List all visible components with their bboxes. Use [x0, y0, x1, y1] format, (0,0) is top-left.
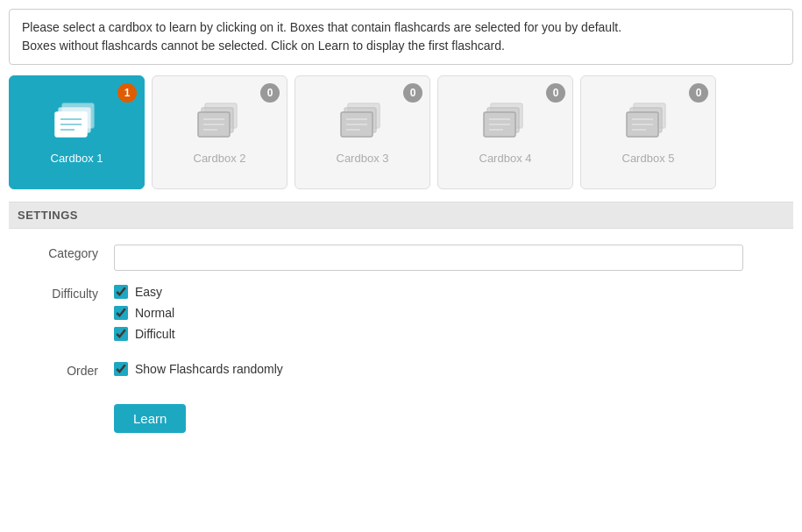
cardbox-item-2[interactable]: 0 Cardbox 2: [152, 75, 287, 189]
cardbox-label: Cardbox 2: [194, 152, 246, 165]
difficulty-row-normal: Normal: [114, 306, 784, 320]
category-row: Category: [18, 245, 784, 271]
cardbox-badge: 0: [260, 83, 280, 103]
order-content: Show Flashcards randomly: [114, 362, 784, 383]
cardbox-item-5[interactable]: 0 Cardbox 5: [580, 75, 716, 189]
cardbox-icon: [625, 100, 672, 145]
cardbox-icon: [196, 100, 244, 145]
difficulty-label: Difficulty: [18, 285, 114, 301]
cardbox-badge: 0: [546, 83, 565, 103]
order-label: Order: [18, 362, 114, 378]
difficulty-normal-checkbox[interactable]: [114, 306, 128, 320]
cardbox-row: 1 Cardbox 1 0: [9, 75, 793, 189]
cardbox-item-1[interactable]: 1 Cardbox 1: [9, 75, 145, 189]
learn-row: Learn: [18, 397, 784, 433]
difficulty-difficult-label: Difficult: [135, 327, 175, 341]
order-row: Order Show Flashcards randomly: [18, 362, 784, 383]
cardbox-label: Cardbox 4: [479, 152, 532, 165]
cardbox-badge: 1: [117, 83, 137, 103]
info-line2: Boxes without flashcards cannot be selec…: [22, 39, 505, 53]
difficulty-normal-label: Normal: [135, 306, 174, 320]
order-checkbox-row: Show Flashcards randomly: [114, 362, 784, 376]
cardbox-label: Cardbox 1: [51, 152, 103, 165]
difficulty-row-easy: Easy: [114, 285, 784, 299]
settings-header: SETTINGS: [9, 202, 793, 229]
difficulty-easy-checkbox[interactable]: [114, 285, 128, 299]
cardbox-item-3[interactable]: 0 Cardbox 3: [295, 75, 430, 189]
random-checkbox[interactable]: [114, 362, 128, 376]
category-label: Category: [18, 245, 114, 260]
difficulty-difficult-checkbox[interactable]: [114, 327, 128, 341]
cardbox-badge: 0: [403, 83, 422, 103]
info-box: Please select a cardbox to learn by clic…: [9, 9, 793, 65]
cardbox-label: Cardbox 5: [622, 152, 675, 165]
settings-section: SETTINGS Category Difficulty Easy Normal…: [9, 202, 793, 456]
learn-button[interactable]: Learn: [114, 404, 186, 433]
category-input[interactable]: [114, 245, 743, 271]
difficulty-content: Easy Normal Difficult: [114, 285, 784, 348]
difficulty-row: Difficulty Easy Normal Difficult: [18, 285, 784, 348]
random-label: Show Flashcards randomly: [135, 362, 283, 376]
category-content: [114, 245, 784, 271]
settings-body: Category Difficulty Easy Normal Difficul…: [9, 229, 793, 456]
cardbox-item-4[interactable]: 0 Cardbox 4: [437, 75, 573, 189]
info-line1: Please select a cardbox to learn by clic…: [22, 20, 621, 34]
cardbox-icon: [53, 100, 101, 145]
difficulty-easy-label: Easy: [135, 285, 162, 299]
cardbox-label: Cardbox 3: [337, 152, 389, 165]
cardbox-icon: [339, 100, 387, 145]
cardbox-icon: [482, 100, 529, 145]
difficulty-row-difficult: Difficult: [114, 327, 784, 341]
cardbox-badge: 0: [689, 83, 708, 103]
